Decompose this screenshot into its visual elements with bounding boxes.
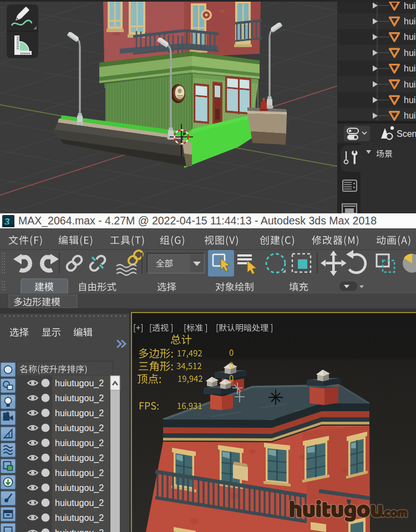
svg-text:hui: hui: [404, 111, 415, 120]
svg-text:hui: hui: [404, 48, 415, 58]
svg-text:huiutugou_2: huiutugou_2: [55, 483, 104, 493]
svg-text:huiutugou_2: huiutugou_2: [55, 408, 104, 418]
svg-text:huiutugou_2: huiutugou_2: [55, 513, 104, 523]
svg-text:hui: hui: [404, 32, 415, 42]
svg-text:huiutugou_2: huiutugou_2: [55, 453, 104, 463]
svg-text:hui: hui: [404, 95, 415, 105]
svg-text:huiutugou_2: huiutugou_2: [55, 438, 104, 448]
svg-text:huiutugou_2: huiutugou_2: [55, 468, 104, 478]
svg-text:huiutugou_2: huiutugou_2: [55, 378, 104, 388]
svg-text:Scen: Scen: [397, 129, 416, 139]
svg-text:huiutugou_2: huiutugou_2: [55, 528, 104, 532]
svg-text:huiutugou_2: huiutugou_2: [55, 423, 104, 433]
svg-text:MAX_2064.max - 4.27M @ 2022-04: MAX_2064.max - 4.27M @ 2022-04-15 11:44:…: [18, 214, 377, 227]
svg-text:hui: hui: [404, 80, 415, 89]
svg-text:huiutugou_2: huiutugou_2: [55, 393, 104, 403]
svg-text:hui: hui: [404, 64, 415, 73]
svg-text:huiutugou_2: huiutugou_2: [55, 498, 104, 508]
svg-text:hui: hui: [404, 1, 415, 11]
svg-text:hui: hui: [404, 17, 415, 26]
